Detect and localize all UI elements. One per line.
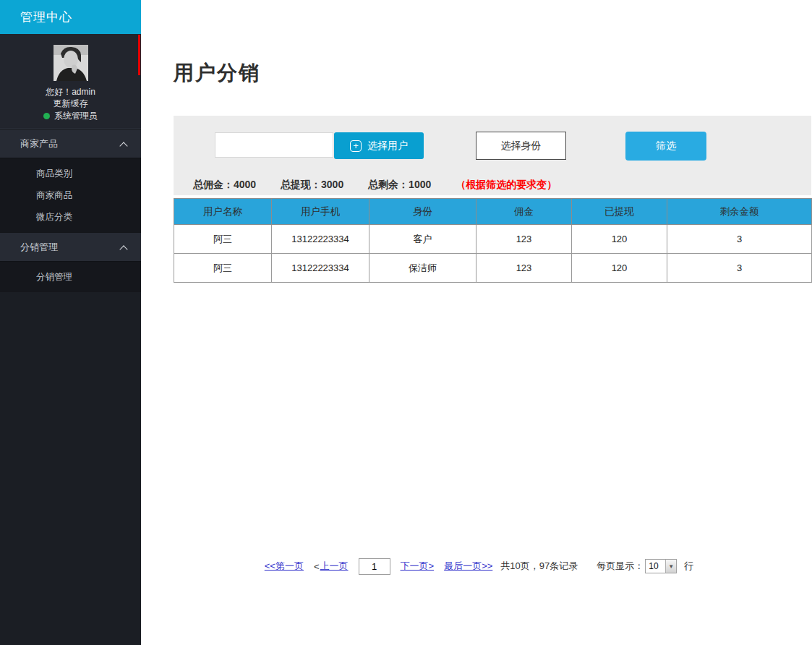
user-role-row: 系统管理员: [0, 110, 141, 121]
cell-username: 阿三: [174, 254, 272, 283]
cell-phone: 13122223334: [272, 254, 369, 283]
pagination: <<第一页 < 上一页 下一页> 最后一页>> 共10页，97条记录 每页显示：…: [141, 555, 812, 577]
prev-page-link[interactable]: 上一页: [320, 560, 349, 573]
page-number-input[interactable]: [359, 558, 390, 575]
user-greeting: 您好！admin: [0, 86, 141, 98]
online-status-icon: [43, 113, 50, 119]
plus-icon: +: [350, 140, 362, 152]
prev-page-prefix: <: [314, 561, 320, 572]
filter-button[interactable]: 筛选: [625, 132, 706, 161]
cell-withdrawn: 120: [572, 225, 667, 254]
submenu-distribution: 分销管理: [0, 261, 141, 292]
select-identity-button[interactable]: 选择身份: [476, 132, 566, 160]
total-commission: 总佣金：4000: [193, 179, 256, 190]
col-username: 用户名称: [174, 199, 272, 225]
cell-identity: 客户: [369, 225, 476, 254]
sidebar-scrollbar-thumb[interactable]: [138, 35, 140, 75]
table-row: 阿三 13122223334 客户 123 120 3: [174, 225, 812, 254]
sidebar-title: 管理中心: [0, 0, 141, 34]
sidebar-item-distribution-mgmt[interactable]: 分销管理: [0, 232, 141, 261]
col-commission: 佣金: [476, 199, 572, 225]
cell-remaining: 3: [667, 225, 812, 254]
per-page-label: 每页显示：: [597, 560, 644, 573]
submenu-merchant-products: 商品类别 商家商品 微店分类: [0, 158, 141, 232]
cell-remaining: 3: [667, 254, 812, 283]
main-content: 用户分销 + 选择用户 选择身份 筛选 总佣金：4000 总提现：3000 总剩…: [141, 0, 812, 645]
total-remaining: 总剩余：1000: [368, 179, 431, 190]
first-page-link[interactable]: <<第一页: [265, 560, 304, 573]
cell-phone: 13122223334: [272, 225, 369, 254]
select-user-button[interactable]: + 选择用户: [334, 132, 424, 159]
sidebar-item-distribution-sub[interactable]: 分销管理: [0, 266, 141, 288]
admin-page: 管理中心 您好！admin 更新缓存 系统管理员 商家产品 商品类别: [0, 0, 812, 645]
chevron-up-icon: [119, 245, 127, 253]
chevron-up-icon: [119, 142, 127, 150]
col-withdrawn: 已提现: [572, 199, 667, 225]
filter-panel: + 选择用户 选择身份 筛选 总佣金：4000 总提现：3000 总剩余：100…: [174, 116, 811, 195]
col-phone: 用户手机: [272, 199, 369, 225]
total-withdrawn: 总提现：3000: [281, 179, 343, 190]
sidebar-item-microstore-category[interactable]: 微店分类: [0, 206, 141, 228]
sidebar: 管理中心 您好！admin 更新缓存 系统管理员 商家产品 商品类别: [0, 0, 141, 645]
per-page-select[interactable]: 10 ▼: [645, 559, 677, 573]
col-remaining: 剩余金额: [667, 199, 812, 225]
cell-commission: 123: [476, 225, 572, 254]
per-page-group: 每页显示： 10 ▼ 行: [597, 559, 693, 573]
per-page-value: 10: [646, 560, 665, 573]
next-page-link[interactable]: 下一页>: [401, 560, 435, 573]
chevron-down-icon: ▼: [665, 560, 676, 573]
rows-label: 行: [684, 560, 693, 573]
user-role: 系统管理员: [54, 110, 98, 121]
user-avatar: [54, 45, 88, 81]
menu-label: 商家产品: [20, 138, 58, 149]
cell-username: 阿三: [174, 225, 272, 254]
pagination-summary: 共10页，97条记录: [500, 560, 578, 573]
user-panel: 您好！admin 更新缓存 系统管理员: [0, 34, 141, 129]
user-search-input[interactable]: [215, 132, 333, 158]
cell-withdrawn: 120: [572, 254, 667, 283]
cell-commission: 123: [476, 254, 572, 283]
sidebar-item-merchant-products[interactable]: 商家产品: [0, 129, 141, 158]
select-user-label: 选择用户: [367, 140, 408, 153]
stats-row: 总佣金：4000 总提现：3000 总剩余：1000 （根据筛选的要求变）: [193, 179, 578, 192]
distribution-table: 用户名称 用户手机 身份 佣金 已提现 剩余金额 阿三 13122223334 …: [174, 198, 812, 283]
sidebar-item-product-category[interactable]: 商品类别: [0, 163, 141, 184]
table-header-row: 用户名称 用户手机 身份 佣金 已提现 剩余金额: [174, 199, 812, 225]
table-row: 阿三 13122223334 保洁师 123 120 3: [174, 254, 812, 283]
sidebar-item-merchant-goods[interactable]: 商家商品: [0, 184, 141, 206]
stats-note: （根据筛选的要求变）: [456, 179, 557, 190]
last-page-link[interactable]: 最后一页>>: [444, 560, 492, 573]
cell-identity: 保洁师: [369, 254, 476, 283]
update-cache-link[interactable]: 更新缓存: [0, 98, 141, 109]
page-title: 用户分销: [174, 59, 260, 87]
menu-label: 分销管理: [20, 242, 58, 252]
col-identity: 身份: [369, 199, 476, 225]
